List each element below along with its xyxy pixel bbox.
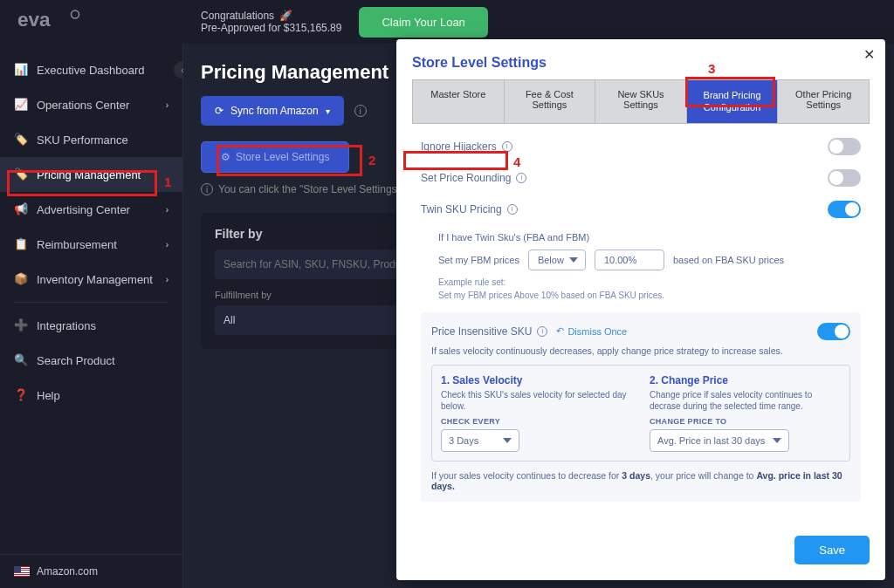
sync-from-amazon-button[interactable]: ⟳ Sync from Amazon ▾ (201, 96, 344, 126)
twin-heading: If I have Twin Sku's (FBA and FBM) (438, 232, 861, 243)
rocket-icon: 🚀 (279, 10, 292, 22)
chevron-right-icon: › (166, 240, 168, 250)
tab-master-store[interactable]: Master Store (413, 80, 505, 123)
modal-tabs: Master Store Fee & Cost Settings New SKU… (412, 79, 870, 124)
nav-executive-dashboard[interactable]: 📊Executive Dashboard (0, 52, 182, 87)
sales-velocity-desc: Check this SKU's sales velocity for sele… (441, 389, 632, 412)
annotation-num-4: 4 (513, 154, 520, 169)
example-label: Example rule set: (438, 277, 861, 287)
based-on-label: based on FBA SKU prices (673, 255, 784, 265)
price-insensitive-label: Price Insensitive SKUi (431, 325, 547, 338)
nav-label: Search Product (37, 354, 115, 367)
nav-label: Operations Center (37, 99, 129, 112)
nav-operations-center[interactable]: 📈Operations Center› (0, 87, 182, 122)
button-label: Store Level Settings (236, 151, 329, 163)
nav-help[interactable]: ❓Help (0, 378, 182, 413)
set-price-rounding-toggle[interactable] (828, 169, 861, 187)
twin-sku-toggle[interactable] (828, 201, 861, 218)
undo-icon: ↶ (556, 325, 564, 337)
info-icon[interactable]: i (354, 105, 367, 117)
congrats-block: Congratulations🚀 Pre-Approved for $315,1… (201, 10, 341, 34)
tab-new-skus[interactable]: New SKUs Settings (595, 80, 687, 123)
store-level-settings-button[interactable]: ⚙ Store Level Settings (201, 141, 349, 173)
info-icon[interactable]: i (502, 141, 512, 152)
set-price-rounding-label: Set Price Roundingi (421, 172, 526, 184)
ignore-hijackers-toggle[interactable] (828, 138, 861, 155)
chevron-right-icon: › (166, 100, 168, 110)
info-icon[interactable]: i (507, 204, 518, 215)
nav-integrations[interactable]: ➕Integrations (0, 308, 182, 343)
svg-point-1 (72, 10, 79, 18)
nav-label: Integrations (37, 319, 96, 332)
change-price-to-label: CHANGE PRICE TO (650, 417, 841, 426)
nav-label: Reimbursement (37, 238, 117, 251)
plus-icon: ➕ (14, 318, 28, 332)
set-fbm-label: Set my FBM prices (438, 255, 519, 265)
nav-label: SKU Performance (37, 133, 128, 147)
change-price-desc: Change price if sales velocity continues… (650, 389, 841, 412)
megaphone-icon: 📢 (14, 202, 28, 216)
divider (14, 302, 168, 303)
twin-sku-label: Twin SKU Pricingi (421, 203, 518, 215)
search-icon: 🔍 (14, 353, 28, 367)
preapproved-text: Pre-Approved for $315,165.89 (201, 22, 341, 34)
chevron-right-icon: › (166, 275, 168, 284)
nav-sku-performance[interactable]: 🏷️SKU Performance (0, 122, 182, 157)
nav-search-product[interactable]: 🔍Search Product (0, 343, 182, 378)
check-every-label: CHECK EVERY (441, 417, 632, 426)
annotation-num-2: 2 (368, 153, 375, 168)
nav-label: Inventory Management (37, 273, 153, 286)
logo: eva (17, 8, 79, 37)
tab-fee-cost[interactable]: Fee & Cost Settings (505, 80, 596, 123)
gear-icon: ⚙ (221, 151, 230, 163)
marketplace-selector[interactable]: Amazon.com (0, 554, 183, 588)
dismiss-once-button[interactable]: ↶Dismiss Once (556, 325, 627, 337)
chevron-down-icon: ▾ (326, 106, 330, 116)
close-icon[interactable]: ✕ (863, 46, 875, 63)
tab-brand-pricing[interactable]: Brand Pricing Configuration (687, 80, 779, 123)
price-tag-icon: 🏷️ (14, 168, 28, 181)
modal-title: Store Level Settings (412, 55, 870, 71)
chevron-right-icon: › (166, 205, 168, 215)
nav-reimbursement[interactable]: 📋Reimbursement› (0, 227, 182, 262)
button-label: Sync from Amazon (230, 105, 319, 117)
info-icon[interactable]: i (537, 326, 547, 337)
box-icon: 📦 (14, 272, 28, 286)
save-button[interactable]: Save (794, 536, 870, 564)
annotation-num-3: 3 (708, 61, 715, 76)
change-price-title: 2. Change Price (650, 374, 841, 386)
fbm-direction-select[interactable]: Below (528, 250, 586, 270)
sales-velocity-title: 1. Sales Velocity (441, 374, 632, 386)
annotation-num-1: 1 (164, 174, 171, 189)
bar-chart-icon: 📊 (14, 63, 28, 77)
nav-advertising-center[interactable]: 📢Advertising Center› (0, 192, 182, 227)
price-insensitive-summary: If your sales velocity continues to decr… (431, 470, 850, 491)
price-insensitive-note: If sales velocity continuously decreases… (431, 345, 850, 356)
info-icon[interactable]: i (516, 173, 526, 183)
nav-label: Advertising Center (37, 203, 130, 216)
change-price-to-select[interactable]: Avg. Price in last 30 days (650, 429, 789, 452)
nav-inventory-management[interactable]: 📦Inventory Management› (0, 262, 182, 297)
clipboard-icon: 📋 (14, 237, 28, 251)
store-level-settings-modal: ✕ Store Level Settings Master Store Fee … (396, 39, 885, 580)
tab-other-pricing[interactable]: Other Pricing Settings (778, 80, 869, 123)
tag-icon: 🏷️ (14, 133, 28, 147)
refresh-icon: ⟳ (215, 105, 224, 117)
svg-text:eva: eva (17, 9, 51, 31)
price-insensitive-toggle[interactable] (817, 323, 850, 340)
claim-loan-button[interactable]: Claim Your Loan (359, 7, 487, 38)
nav-label: Pricing Management (37, 168, 141, 181)
ignore-hijackers-label: Ignore Hijackersi (421, 140, 512, 153)
us-flag-icon (14, 566, 30, 577)
nav-pricing-management[interactable]: 🏷️Pricing Management (0, 157, 182, 192)
sidebar: ‹ 📊Executive Dashboard 📈Operations Cente… (0, 44, 183, 588)
fbm-percent-input[interactable] (595, 250, 664, 270)
marketplace-label: Amazon.com (37, 565, 98, 578)
info-icon: i (201, 183, 213, 195)
help-icon: ❓ (14, 388, 28, 402)
example-text: Set my FBM prices Above 10% based on FBA… (438, 291, 861, 300)
nav-label: Help (37, 389, 60, 402)
trend-icon: 📈 (14, 98, 28, 112)
nav-label: Executive Dashboard (37, 64, 145, 77)
check-every-select[interactable]: 3 Days (441, 429, 519, 452)
